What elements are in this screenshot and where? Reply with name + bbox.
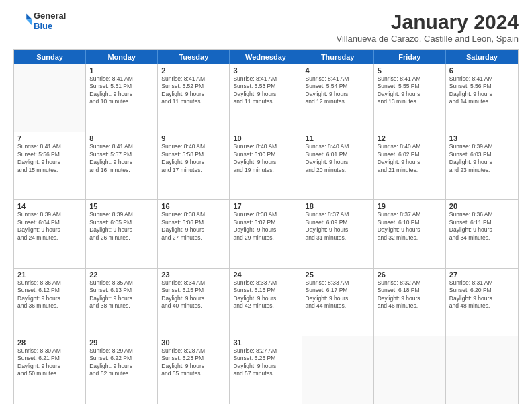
weekday-header-friday: Friday bbox=[374, 50, 446, 64]
day-number: 19 bbox=[378, 202, 442, 210]
day-info: Sunrise: 8:34 AM Sunset: 6:15 PM Dayligh… bbox=[161, 279, 226, 310]
day-cell-6: 6Sunrise: 8:41 AM Sunset: 5:56 PM Daylig… bbox=[446, 64, 518, 132]
day-info: Sunrise: 8:29 AM Sunset: 6:22 PM Dayligh… bbox=[89, 347, 154, 378]
svg-marker-1 bbox=[26, 19, 32, 26]
day-info: Sunrise: 8:32 AM Sunset: 6:18 PM Dayligh… bbox=[378, 279, 442, 310]
day-number: 16 bbox=[161, 202, 226, 210]
day-number: 2 bbox=[161, 66, 226, 75]
day-info: Sunrise: 8:41 AM Sunset: 5:56 PM Dayligh… bbox=[17, 143, 82, 174]
day-cell-12: 12Sunrise: 8:40 AM Sunset: 6:02 PM Dayli… bbox=[374, 132, 446, 199]
day-info: Sunrise: 8:40 AM Sunset: 6:01 PM Dayligh… bbox=[306, 143, 370, 174]
day-number: 3 bbox=[233, 66, 298, 75]
day-info: Sunrise: 8:37 AM Sunset: 6:10 PM Dayligh… bbox=[378, 211, 442, 242]
day-info: Sunrise: 8:27 AM Sunset: 6:25 PM Dayligh… bbox=[233, 347, 298, 378]
day-cell-13: 13Sunrise: 8:39 AM Sunset: 6:03 PM Dayli… bbox=[446, 132, 518, 199]
day-cell-19: 19Sunrise: 8:37 AM Sunset: 6:10 PM Dayli… bbox=[374, 200, 446, 267]
day-cell-7: 7Sunrise: 8:41 AM Sunset: 5:56 PM Daylig… bbox=[14, 132, 86, 199]
svg-marker-0 bbox=[26, 14, 32, 20]
day-number: 7 bbox=[17, 134, 82, 142]
day-number: 23 bbox=[161, 271, 226, 279]
day-info: Sunrise: 8:37 AM Sunset: 6:09 PM Dayligh… bbox=[306, 211, 370, 242]
logo-text: General Blue bbox=[34, 11, 66, 31]
day-cell-29: 29Sunrise: 8:29 AM Sunset: 6:22 PM Dayli… bbox=[86, 336, 158, 404]
day-cell-15: 15Sunrise: 8:39 AM Sunset: 6:05 PM Dayli… bbox=[86, 200, 158, 267]
day-number: 11 bbox=[306, 134, 370, 142]
svg-rect-2 bbox=[13, 14, 26, 26]
day-cell-4: 4Sunrise: 8:41 AM Sunset: 5:54 PM Daylig… bbox=[302, 64, 374, 132]
day-info: Sunrise: 8:39 AM Sunset: 6:05 PM Dayligh… bbox=[89, 211, 154, 242]
day-cell-21: 21Sunrise: 8:36 AM Sunset: 6:12 PM Dayli… bbox=[14, 269, 86, 336]
day-cell-22: 22Sunrise: 8:35 AM Sunset: 6:13 PM Dayli… bbox=[86, 269, 158, 336]
day-cell-2: 2Sunrise: 8:41 AM Sunset: 5:52 PM Daylig… bbox=[158, 64, 230, 132]
day-cell-8: 8Sunrise: 8:41 AM Sunset: 5:57 PM Daylig… bbox=[86, 132, 158, 199]
day-info: Sunrise: 8:40 AM Sunset: 5:58 PM Dayligh… bbox=[161, 143, 226, 174]
day-number: 26 bbox=[378, 271, 442, 279]
day-number: 30 bbox=[161, 338, 226, 347]
day-number: 9 bbox=[161, 134, 226, 142]
weekday-header-sunday: Sunday bbox=[14, 50, 86, 64]
day-number: 4 bbox=[306, 66, 370, 75]
day-info: Sunrise: 8:41 AM Sunset: 5:57 PM Dayligh… bbox=[89, 143, 154, 174]
day-number: 25 bbox=[306, 271, 370, 279]
day-number: 31 bbox=[233, 338, 298, 347]
day-info: Sunrise: 8:36 AM Sunset: 6:12 PM Dayligh… bbox=[17, 279, 82, 310]
day-cell-31: 31Sunrise: 8:27 AM Sunset: 6:25 PM Dayli… bbox=[230, 336, 302, 404]
day-cell-27: 27Sunrise: 8:31 AM Sunset: 6:20 PM Dayli… bbox=[446, 269, 518, 336]
day-info: Sunrise: 8:33 AM Sunset: 6:16 PM Dayligh… bbox=[233, 279, 298, 310]
logo: General Blue bbox=[13, 11, 66, 31]
title-block: January 2024 Villanueva de Carazo, Casti… bbox=[337, 11, 519, 44]
day-info: Sunrise: 8:40 AM Sunset: 6:00 PM Dayligh… bbox=[233, 143, 298, 174]
day-number: 18 bbox=[306, 202, 370, 210]
calendar-body: 1Sunrise: 8:41 AM Sunset: 5:51 PM Daylig… bbox=[14, 64, 518, 404]
day-info: Sunrise: 8:38 AM Sunset: 6:06 PM Dayligh… bbox=[161, 211, 226, 242]
day-number: 5 bbox=[378, 66, 442, 75]
day-cell-9: 9Sunrise: 8:40 AM Sunset: 5:58 PM Daylig… bbox=[158, 132, 230, 199]
day-number: 8 bbox=[89, 134, 154, 142]
calendar-row-0: 1Sunrise: 8:41 AM Sunset: 5:51 PM Daylig… bbox=[14, 64, 518, 132]
calendar-row-3: 21Sunrise: 8:36 AM Sunset: 6:12 PM Dayli… bbox=[14, 268, 518, 336]
day-number: 17 bbox=[233, 202, 298, 210]
main-title: January 2024 bbox=[337, 11, 519, 34]
day-cell-11: 11Sunrise: 8:40 AM Sunset: 6:01 PM Dayli… bbox=[302, 132, 374, 199]
logo-icon bbox=[13, 11, 32, 30]
day-number: 28 bbox=[17, 338, 82, 347]
weekday-header-monday: Monday bbox=[86, 50, 158, 64]
day-number: 24 bbox=[233, 271, 298, 279]
day-cell-17: 17Sunrise: 8:38 AM Sunset: 6:07 PM Dayli… bbox=[230, 200, 302, 267]
day-number: 12 bbox=[378, 134, 442, 142]
day-number: 10 bbox=[233, 134, 298, 142]
day-cell-14: 14Sunrise: 8:39 AM Sunset: 6:04 PM Dayli… bbox=[14, 200, 86, 267]
day-info: Sunrise: 8:39 AM Sunset: 6:03 PM Dayligh… bbox=[449, 143, 515, 174]
day-number: 22 bbox=[89, 271, 154, 279]
day-cell-empty-0-0 bbox=[14, 64, 86, 132]
day-cell-empty-4-4 bbox=[302, 336, 374, 404]
day-info: Sunrise: 8:40 AM Sunset: 6:02 PM Dayligh… bbox=[378, 143, 442, 174]
day-info: Sunrise: 8:39 AM Sunset: 6:04 PM Dayligh… bbox=[17, 211, 82, 242]
day-info: Sunrise: 8:35 AM Sunset: 6:13 PM Dayligh… bbox=[89, 279, 154, 310]
day-cell-18: 18Sunrise: 8:37 AM Sunset: 6:09 PM Dayli… bbox=[302, 200, 374, 267]
weekday-header-thursday: Thursday bbox=[302, 50, 374, 64]
day-info: Sunrise: 8:28 AM Sunset: 6:23 PM Dayligh… bbox=[161, 347, 226, 378]
day-info: Sunrise: 8:31 AM Sunset: 6:20 PM Dayligh… bbox=[449, 279, 515, 310]
day-info: Sunrise: 8:41 AM Sunset: 5:56 PM Dayligh… bbox=[449, 75, 515, 106]
weekday-header-wednesday: Wednesday bbox=[230, 50, 302, 64]
day-number: 1 bbox=[89, 66, 154, 75]
day-cell-16: 16Sunrise: 8:38 AM Sunset: 6:06 PM Dayli… bbox=[158, 200, 230, 267]
day-info: Sunrise: 8:41 AM Sunset: 5:54 PM Dayligh… bbox=[306, 75, 370, 106]
calendar-row-1: 7Sunrise: 8:41 AM Sunset: 5:56 PM Daylig… bbox=[14, 132, 518, 199]
day-number: 15 bbox=[89, 202, 154, 210]
day-cell-25: 25Sunrise: 8:33 AM Sunset: 6:17 PM Dayli… bbox=[302, 269, 374, 336]
header: General Blue January 2024 Villanueva de … bbox=[13, 11, 519, 44]
day-cell-3: 3Sunrise: 8:41 AM Sunset: 5:53 PM Daylig… bbox=[230, 64, 302, 132]
calendar-header: SundayMondayTuesdayWednesdayThursdayFrid… bbox=[14, 50, 518, 64]
day-cell-24: 24Sunrise: 8:33 AM Sunset: 6:16 PM Dayli… bbox=[230, 269, 302, 336]
calendar-row-4: 28Sunrise: 8:30 AM Sunset: 6:21 PM Dayli… bbox=[14, 336, 518, 404]
day-number: 27 bbox=[449, 271, 515, 279]
day-info: Sunrise: 8:41 AM Sunset: 5:51 PM Dayligh… bbox=[89, 75, 154, 106]
weekday-header-tuesday: Tuesday bbox=[158, 50, 230, 64]
subtitle: Villanueva de Carazo, Castille and Leon,… bbox=[337, 34, 519, 44]
day-info: Sunrise: 8:33 AM Sunset: 6:17 PM Dayligh… bbox=[306, 279, 370, 310]
day-info: Sunrise: 8:38 AM Sunset: 6:07 PM Dayligh… bbox=[233, 211, 298, 242]
day-info: Sunrise: 8:30 AM Sunset: 6:21 PM Dayligh… bbox=[17, 347, 82, 378]
day-cell-empty-4-5 bbox=[374, 336, 446, 404]
